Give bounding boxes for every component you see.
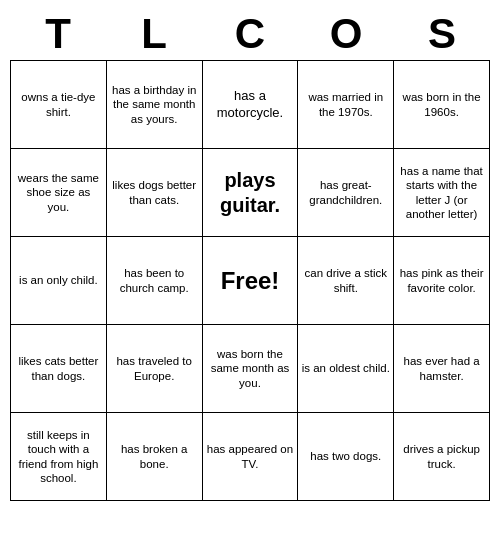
bingo-cell-18: is an oldest child. xyxy=(298,325,394,413)
bingo-cell-21: has broken a bone. xyxy=(107,413,203,501)
bingo-cell-0: owns a tie-dye shirt. xyxy=(11,61,107,149)
bingo-header: TLCOS xyxy=(10,8,490,60)
bingo-cell-3: was married in the 1970s. xyxy=(298,61,394,149)
bingo-cell-7: plays guitar. xyxy=(203,149,299,237)
header-letter-c: C xyxy=(202,8,298,60)
bingo-cell-19: has ever had a hamster. xyxy=(394,325,490,413)
bingo-cell-5: wears the same shoe size as you. xyxy=(11,149,107,237)
bingo-cell-24: drives a pickup truck. xyxy=(394,413,490,501)
bingo-cell-16: has traveled to Europe. xyxy=(107,325,203,413)
header-letter-t: T xyxy=(10,8,106,60)
bingo-cell-1: has a birthday in the same month as your… xyxy=(107,61,203,149)
bingo-cell-6: likes dogs better than cats. xyxy=(107,149,203,237)
bingo-cell-8: has great-grandchildren. xyxy=(298,149,394,237)
header-letter-o: O xyxy=(298,8,394,60)
header-letter-s: S xyxy=(394,8,490,60)
bingo-cell-23: has two dogs. xyxy=(298,413,394,501)
bingo-cell-22: has appeared on TV. xyxy=(203,413,299,501)
bingo-cell-2: has a motorcycle. xyxy=(203,61,299,149)
bingo-cell-4: was born in the 1960s. xyxy=(394,61,490,149)
bingo-cell-10: is an only child. xyxy=(11,237,107,325)
bingo-cell-13: can drive a stick shift. xyxy=(298,237,394,325)
bingo-cell-11: has been to church camp. xyxy=(107,237,203,325)
bingo-cell-15: likes cats better than dogs. xyxy=(11,325,107,413)
bingo-cell-12: Free! xyxy=(203,237,299,325)
bingo-cell-9: has a name that starts with the letter J… xyxy=(394,149,490,237)
bingo-cell-17: was born the same month as you. xyxy=(203,325,299,413)
bingo-cell-14: has pink as their favorite color. xyxy=(394,237,490,325)
header-letter-l: L xyxy=(106,8,202,60)
bingo-card: TLCOS owns a tie-dye shirt.has a birthda… xyxy=(10,8,490,501)
bingo-cell-20: still keeps in touch with a friend from … xyxy=(11,413,107,501)
bingo-grid: owns a tie-dye shirt.has a birthday in t… xyxy=(10,60,490,501)
